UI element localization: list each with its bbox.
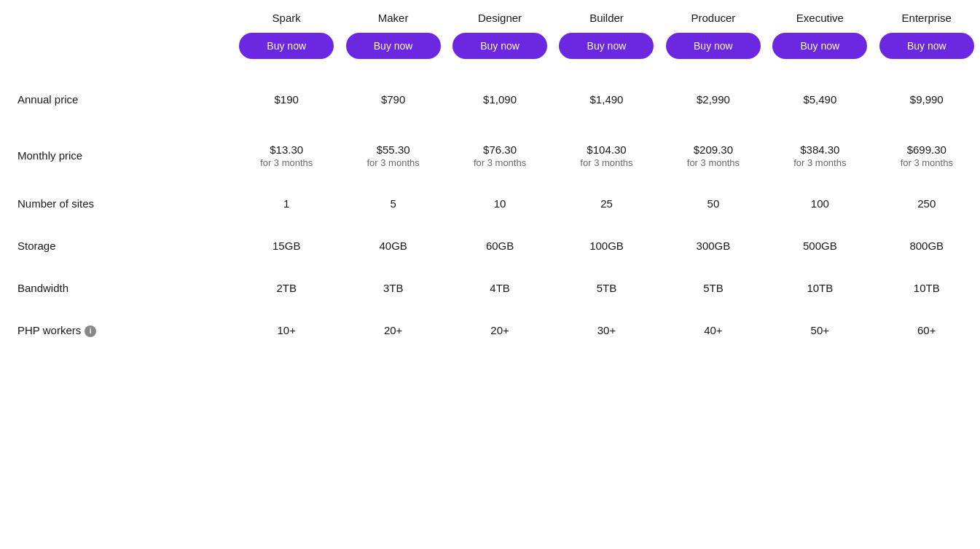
bandwidth-cell-builder: 5TB — [553, 267, 659, 309]
monthly-price-value: $209.30 — [666, 143, 761, 156]
monthly-cell-enterprise: $699.30for 3 months — [874, 129, 980, 183]
php-workers-label: PHP workersi — [0, 309, 233, 352]
monthly-label-text: Monthly price — [17, 149, 82, 162]
annual-label-text: Annual price — [17, 93, 78, 106]
monthly-price-sub: for 3 months — [345, 157, 440, 168]
annual-label: Annual price — [0, 71, 233, 129]
php-workers-cell-spark: 10+ — [233, 309, 340, 352]
bandwidth-cell-executive: 10TB — [767, 267, 873, 309]
plan-header-designer: DesignerBuy now — [447, 0, 553, 71]
plan-header-executive: ExecutiveBuy now — [767, 0, 873, 71]
monthly-price-value: $76.30 — [452, 143, 547, 156]
storage-cell-producer: 300GB — [660, 225, 767, 267]
row-storage: Storage15GB40GB60GB100GB300GB500GB800GB — [0, 225, 980, 267]
storage-value: 800GB — [909, 240, 944, 252]
sites-value: 250 — [917, 197, 936, 210]
monthly-cell-producer: $209.30for 3 months — [660, 129, 767, 183]
plan-name-spark: Spark — [239, 12, 334, 24]
monthly-cell-maker: $55.30for 3 months — [340, 129, 446, 183]
annual-cell-spark: $190 — [233, 71, 340, 129]
php-workers-cell-enterprise: 60+ — [874, 309, 980, 352]
php-workers-value: 60+ — [917, 324, 936, 336]
php-workers-cell-builder: 30+ — [553, 309, 659, 352]
bandwidth-value: 5TB — [597, 282, 617, 294]
sites-cell-designer: 10 — [447, 183, 553, 225]
empty-header — [0, 0, 233, 71]
storage-cell-enterprise: 800GB — [874, 225, 980, 267]
sites-label: Number of sites — [0, 183, 233, 225]
monthly-price-value: $384.30 — [772, 143, 867, 156]
storage-value: 40GB — [379, 240, 407, 252]
monthly-cell-designer: $76.30for 3 months — [447, 129, 553, 183]
php-workers-value: 50+ — [811, 324, 829, 336]
sites-value: 25 — [600, 197, 613, 210]
plan-header-maker: MakerBuy now — [340, 0, 446, 71]
php-workers-value: 20+ — [490, 324, 509, 336]
buy-now-button-executive[interactable]: Buy now — [772, 33, 867, 59]
monthly-price-value: $104.30 — [559, 143, 654, 156]
monthly-cell-spark: $13.30for 3 months — [233, 129, 340, 183]
monthly-price-sub: for 3 months — [239, 157, 334, 168]
php-workers-value: 40+ — [704, 324, 722, 336]
bandwidth-value: 4TB — [490, 282, 510, 294]
monthly-price-sub: for 3 months — [772, 157, 867, 168]
buy-now-button-producer[interactable]: Buy now — [666, 33, 761, 59]
plan-name-executive: Executive — [772, 12, 867, 24]
annual-cell-designer: $1,090 — [447, 71, 553, 129]
annual-price-value: $5,490 — [803, 93, 836, 106]
php-workers-cell-maker: 20+ — [340, 309, 446, 352]
buy-now-button-designer[interactable]: Buy now — [452, 33, 547, 59]
bandwidth-value: 5TB — [703, 282, 724, 294]
storage-cell-builder: 100GB — [553, 225, 659, 267]
sites-value: 5 — [390, 197, 396, 210]
monthly-price-sub: for 3 months — [666, 157, 761, 168]
bandwidth-cell-spark: 2TB — [233, 267, 340, 309]
sites-cell-maker: 5 — [340, 183, 446, 225]
monthly-cell-executive: $384.30for 3 months — [767, 129, 873, 183]
bandwidth-cell-designer: 4TB — [447, 267, 553, 309]
pricing-table-wrapper: SparkBuy nowMakerBuy nowDesignerBuy nowB… — [0, 0, 980, 352]
plan-name-enterprise: Enterprise — [879, 12, 974, 24]
storage-value: 60GB — [486, 240, 514, 252]
plan-header-producer: ProducerBuy now — [660, 0, 767, 71]
plan-header-row: SparkBuy nowMakerBuy nowDesignerBuy nowB… — [0, 0, 980, 71]
row-sites: Number of sites15102550100250 — [0, 183, 980, 225]
storage-label-text: Storage — [17, 240, 56, 252]
buy-now-button-builder[interactable]: Buy now — [559, 33, 654, 59]
plan-header-spark: SparkBuy now — [233, 0, 340, 71]
bandwidth-value: 3TB — [383, 282, 404, 294]
php-workers-cell-designer: 20+ — [447, 309, 553, 352]
sites-cell-enterprise: 250 — [874, 183, 980, 225]
php-workers-value: 30+ — [597, 324, 616, 336]
plan-name-maker: Maker — [345, 12, 440, 24]
storage-value: 15GB — [273, 240, 300, 252]
annual-cell-executive: $5,490 — [767, 71, 873, 129]
bandwidth-value: 10TB — [914, 282, 940, 294]
php-workers-info-icon: i — [85, 325, 96, 337]
buy-now-button-maker[interactable]: Buy now — [346, 33, 441, 59]
sites-cell-builder: 25 — [553, 183, 659, 225]
sites-value: 50 — [707, 197, 720, 210]
storage-value: 100GB — [589, 240, 624, 252]
monthly-price-value: $13.30 — [239, 143, 334, 156]
storage-value: 300GB — [697, 240, 731, 252]
storage-cell-executive: 500GB — [767, 225, 873, 267]
bandwidth-label: Bandwidth — [0, 267, 233, 309]
monthly-cell-builder: $104.30for 3 months — [553, 129, 659, 183]
sites-value: 1 — [283, 197, 289, 210]
php-workers-cell-executive: 50+ — [767, 309, 873, 352]
row-annual: Annual price$190$790$1,090$1,490$2,990$5… — [0, 71, 980, 129]
storage-cell-spark: 15GB — [233, 225, 340, 267]
row-php-workers: PHP workersi10+20+20+30+40+50+60+ — [0, 309, 980, 352]
plan-name-designer: Designer — [452, 12, 547, 24]
bandwidth-value: 2TB — [276, 282, 297, 294]
storage-label: Storage — [0, 225, 233, 267]
buy-now-button-enterprise[interactable]: Buy now — [879, 33, 974, 59]
annual-cell-maker: $790 — [340, 71, 446, 129]
annual-price-value: $2,990 — [697, 93, 730, 106]
sites-cell-executive: 100 — [767, 183, 873, 225]
sites-value: 100 — [811, 197, 829, 210]
sites-cell-producer: 50 — [660, 183, 767, 225]
buy-now-button-spark[interactable]: Buy now — [239, 33, 334, 59]
php-workers-value: 20+ — [384, 324, 402, 336]
